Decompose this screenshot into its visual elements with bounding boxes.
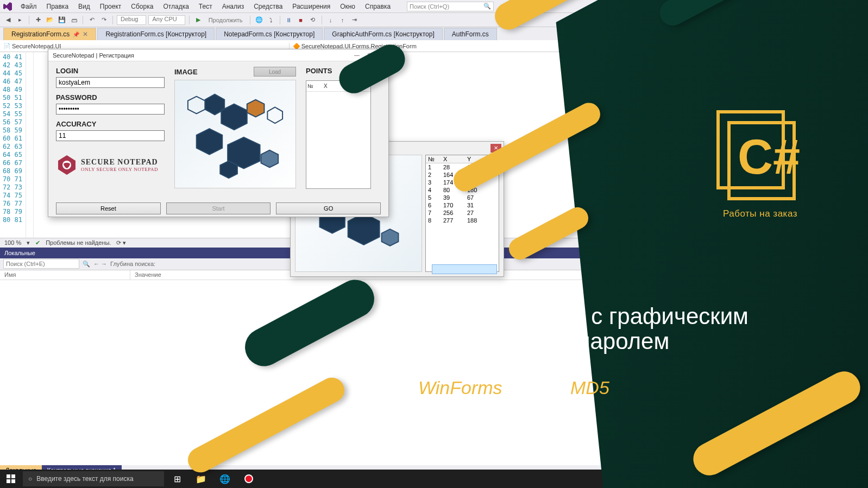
- zoom-level[interactable]: 100 %: [4, 239, 21, 246]
- search-icon[interactable]: 🔍: [83, 261, 90, 268]
- load-button[interactable]: Load: [254, 67, 296, 77]
- stop-icon[interactable]: ■: [296, 15, 306, 25]
- config-combo[interactable]: Debug: [117, 15, 146, 25]
- vs-logo-icon: [3, 2, 12, 11]
- dropdown-icon[interactable]: ▾: [841, 249, 845, 256]
- list-item[interactable]: 12811: [426, 163, 499, 171]
- close-button[interactable]: ✕: [490, 144, 501, 153]
- continue-button[interactable]: Продолжить: [205, 17, 246, 23]
- menu-debug[interactable]: Отладка: [159, 2, 193, 11]
- tab-registrationform[interactable]: RegistrationForm.cs📌✕: [3, 28, 96, 40]
- nav-back-icon[interactable]: ◀: [3, 15, 13, 25]
- tab-graphicauth-designer[interactable]: GraphicAuthForm.cs [Конструктор]: [324, 28, 442, 40]
- step-into-icon[interactable]: ↓: [326, 15, 336, 25]
- auth-points-list[interactable]: № X Y 1281121649317412448018053967617031…: [425, 155, 499, 272]
- svg-rect-19: [7, 479, 10, 483]
- step-icon[interactable]: ⇥: [350, 15, 360, 25]
- registration-window[interactable]: SecureNotepad | Регистрация — ▢ ✕ LOGIN …: [48, 49, 389, 217]
- locals-search[interactable]: [3, 259, 79, 269]
- quick-search[interactable]: Поиск (Ctrl+Q) 🔍: [407, 2, 494, 11]
- registration-image[interactable]: [174, 80, 296, 188]
- method-icon: 🔷: [582, 43, 588, 49]
- taskbar-record[interactable]: [237, 470, 261, 488]
- open-icon[interactable]: 📂: [45, 15, 55, 25]
- taskbar-search[interactable]: ○ Введите здесь текст для поиска: [23, 471, 164, 486]
- class-icon: 🔶: [293, 43, 299, 49]
- svg-marker-10: [221, 104, 247, 130]
- locals-body: [0, 280, 868, 466]
- restart-icon[interactable]: ⟲: [308, 15, 318, 25]
- saveall-icon[interactable]: 🗃: [69, 15, 79, 25]
- close-icon[interactable]: ✕: [859, 249, 864, 256]
- save-icon[interactable]: 💾: [57, 15, 67, 25]
- app-insights[interactable]: 💡 Application Insights ▾: [800, 16, 865, 23]
- pin-icon[interactable]: 📌: [73, 31, 79, 37]
- taskbar-app[interactable]: 🌐: [213, 470, 237, 488]
- step-out-icon[interactable]: ↑: [338, 15, 348, 25]
- search-icon: 🔍: [483, 3, 491, 10]
- refresh-icon[interactable]: ⟳ ▾: [116, 239, 126, 246]
- step-over-icon[interactable]: ⤵: [266, 15, 276, 25]
- list-item[interactable]: 8277188: [426, 217, 499, 224]
- lion-icon: [56, 154, 78, 176]
- pin-icon[interactable]: 📍: [848, 249, 856, 256]
- start-button[interactable]: [0, 470, 22, 488]
- fold-gutter: [26, 52, 34, 238]
- list-item[interactable]: 725627: [426, 209, 499, 217]
- menu-build[interactable]: Сборка: [127, 2, 158, 11]
- col-name[interactable]: Имя: [0, 270, 130, 280]
- menu-analyze[interactable]: Анализ: [218, 2, 249, 11]
- pause-icon[interactable]: ⏸: [284, 15, 294, 25]
- nav-class[interactable]: 🔶SecureNotepad.UI.Forms.RegistrationForm: [290, 43, 579, 49]
- accuracy-label: ACCURACY: [56, 120, 165, 128]
- nav-method[interactable]: 🔷btnReg_Click(object sender, EventArgs e…: [578, 43, 868, 49]
- menu-view[interactable]: Вид: [74, 2, 95, 11]
- menu-file[interactable]: Файл: [16, 2, 41, 11]
- menu-edit[interactable]: Правка: [42, 2, 73, 11]
- menu-project[interactable]: Проект: [96, 2, 126, 11]
- list-item[interactable]: 480180: [426, 186, 499, 194]
- password-input[interactable]: [56, 104, 165, 115]
- close-icon[interactable]: ✕: [83, 30, 88, 38]
- list-item[interactable]: 21649: [426, 171, 499, 179]
- browser-icon[interactable]: 🌐: [254, 15, 264, 25]
- menu-help[interactable]: Справка: [361, 2, 395, 11]
- platform-combo[interactable]: Any CPU: [148, 15, 185, 25]
- maximize-icon[interactable]: ▢: [367, 52, 372, 58]
- image-label: IMAGE: [174, 68, 249, 76]
- tab-authform[interactable]: AuthForm.cs: [444, 28, 497, 40]
- reset-button[interactable]: Reset: [56, 202, 161, 214]
- auth-selected-bar[interactable]: [432, 264, 497, 274]
- task-view-icon[interactable]: ⊞: [165, 470, 189, 488]
- play-icon[interactable]: ▶: [193, 15, 203, 25]
- undo-icon[interactable]: ↶: [87, 15, 97, 25]
- list-item[interactable]: 3174124: [426, 179, 499, 186]
- tab-registrationform-designer[interactable]: RegistrationForm.cs [Конструктор]: [97, 28, 215, 40]
- menu-window[interactable]: Окно: [336, 2, 360, 11]
- points-list[interactable]: № X Y: [306, 80, 371, 189]
- depth-label: Глубина поиска:: [110, 261, 155, 267]
- col-y[interactable]: Y: [465, 155, 489, 163]
- nav-project[interactable]: 📄SecureNotepad.UI: [0, 43, 290, 49]
- close-icon[interactable]: ✕: [380, 52, 384, 58]
- menu-extensions[interactable]: Расширения: [288, 2, 335, 11]
- login-input[interactable]: [56, 77, 165, 88]
- list-item[interactable]: 53967: [426, 194, 499, 201]
- col-n[interactable]: №: [426, 155, 441, 163]
- new-icon[interactable]: ✚: [33, 15, 43, 25]
- redo-icon[interactable]: ↷: [99, 15, 109, 25]
- ok-icon: ✔: [35, 239, 40, 246]
- start-button[interactable]: Start: [166, 202, 271, 214]
- minimize-icon[interactable]: —: [354, 52, 360, 58]
- col-x[interactable]: X: [441, 155, 465, 163]
- menu-tools[interactable]: Средства: [249, 2, 287, 11]
- accuracy-input[interactable]: [56, 130, 165, 141]
- list-item[interactable]: 617031: [426, 201, 499, 209]
- document-tabs: RegistrationForm.cs📌✕ RegistrationForm.c…: [0, 27, 868, 40]
- window-titlebar[interactable]: SecureNotepad | Регистрация — ▢ ✕: [48, 49, 388, 61]
- taskbar-app[interactable]: 📁: [189, 470, 213, 488]
- menu-test[interactable]: Тест: [194, 2, 217, 11]
- go-button[interactable]: GO: [276, 202, 381, 214]
- nav-fwd-icon[interactable]: ▸: [15, 15, 25, 25]
- tab-notepadform-designer[interactable]: NotepadForm.cs [Конструктор]: [216, 28, 323, 40]
